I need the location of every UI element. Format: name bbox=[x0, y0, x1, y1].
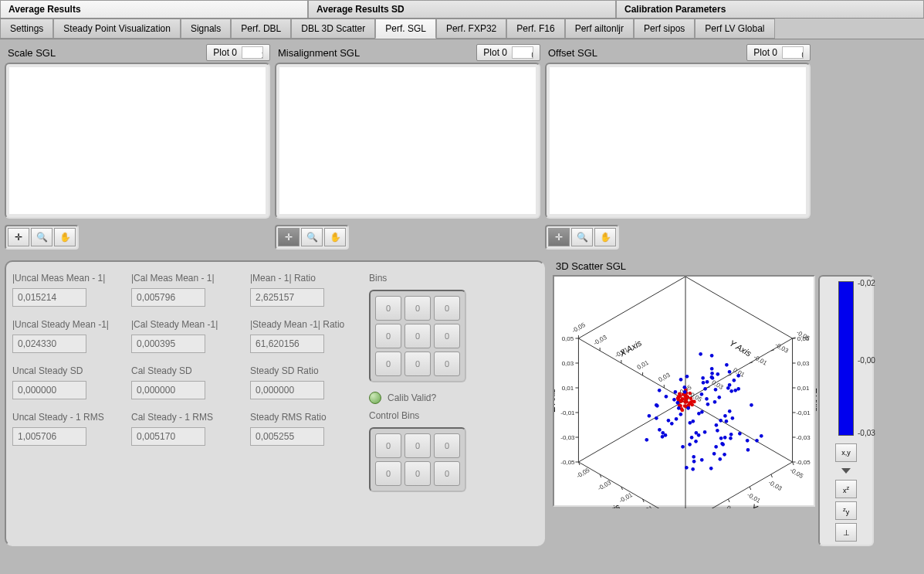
sub-tab[interactable]: Perf. SGL bbox=[375, 19, 436, 39]
zoom-tool-icon[interactable]: 🔍 bbox=[31, 228, 52, 246]
view-xz-button[interactable]: xz bbox=[835, 480, 857, 498]
svg-point-198 bbox=[683, 400, 687, 404]
svg-point-294 bbox=[679, 378, 683, 382]
svg-text:-0,05: -0,05 bbox=[789, 467, 805, 480]
stat-value: 0,005796 bbox=[131, 288, 205, 307]
svg-point-254 bbox=[710, 372, 714, 375]
svg-text:0,01: 0,01 bbox=[562, 385, 574, 392]
crosshair-tool-icon[interactable]: ✛ bbox=[8, 228, 29, 246]
stat-value: 2,625157 bbox=[250, 288, 324, 307]
bin-cell[interactable]: 0 bbox=[375, 324, 401, 348]
sub-tab[interactable]: Perf. DBL bbox=[231, 19, 291, 39]
stat-label: Steady SD Ratio bbox=[250, 365, 366, 376]
stat-value: 0,000000 bbox=[12, 381, 86, 399]
svg-point-292 bbox=[655, 416, 658, 420]
plot-legend-button[interactable]: Plot 0 11,011,021,031,041,0501020304050I… bbox=[206, 44, 270, 61]
stat-label: Uncal Steady - 1 RMS bbox=[12, 412, 128, 423]
svg-point-241 bbox=[723, 414, 727, 418]
svg-line-129 bbox=[771, 350, 774, 351]
sine-icon: -0,05-0,0200,020,0501020304050IterationA… bbox=[512, 46, 533, 59]
bin-cell[interactable]: 0 bbox=[375, 461, 401, 486]
plot-legend-button[interactable]: Plot 0 -0,05-0,0200,020,0501020304050Ite… bbox=[476, 44, 540, 61]
svg-text:0,05: 0,05 bbox=[562, 335, 574, 342]
svg-point-285 bbox=[706, 380, 709, 384]
svg-point-225 bbox=[699, 352, 702, 356]
svg-point-182 bbox=[681, 409, 685, 413]
pan-tool-icon[interactable]: ✋ bbox=[594, 228, 616, 246]
bin-cell[interactable]: 0 bbox=[404, 433, 431, 458]
top-tabs: Average ResultsAverage Results SDCalibra… bbox=[0, 0, 924, 19]
svg-point-283 bbox=[713, 400, 717, 404]
svg-point-233 bbox=[718, 457, 722, 461]
bin-cell[interactable]: 0 bbox=[404, 324, 431, 348]
pan-tool-icon[interactable]: ✋ bbox=[54, 228, 76, 246]
stat-value: 0,024330 bbox=[12, 335, 86, 353]
bin-cell[interactable]: 0 bbox=[434, 461, 460, 486]
svg-text:0,01: 0,01 bbox=[797, 385, 810, 392]
svg-point-287 bbox=[705, 397, 709, 401]
svg-point-290 bbox=[702, 381, 706, 385]
sub-tab[interactable]: Steady Point Visualization bbox=[53, 19, 181, 39]
sub-tab[interactable]: Signals bbox=[181, 19, 231, 39]
colorbar: -0,02 -0,00 -0,03 bbox=[838, 281, 854, 436]
bin-cell[interactable]: 0 bbox=[434, 296, 460, 321]
stat-value: 0,000000 bbox=[131, 381, 205, 399]
sub-tab[interactable]: Settings bbox=[0, 19, 53, 39]
svg-point-249 bbox=[714, 445, 718, 449]
view-iso-button[interactable]: ⊥ bbox=[835, 523, 857, 542]
sub-tabs: SettingsSteady Point VisualizationSignal… bbox=[0, 19, 924, 39]
sub-tab[interactable]: Perf sipos bbox=[634, 19, 695, 39]
svg-point-213 bbox=[723, 436, 727, 440]
stat-label: Cal Steady SD bbox=[131, 365, 247, 376]
svg-point-237 bbox=[675, 417, 679, 421]
chart-block: Scale SGL Plot 0 11,011,021,031,041,0501… bbox=[5, 44, 270, 253]
crosshair-tool-icon[interactable]: ✛ bbox=[278, 228, 300, 246]
top-tab[interactable]: Calibration Parameters bbox=[616, 0, 924, 18]
chart-title: Offset SGL bbox=[545, 47, 597, 59]
svg-point-236 bbox=[682, 385, 686, 389]
plot-legend-label: Plot 0 bbox=[213, 47, 237, 58]
dropdown-icon[interactable] bbox=[841, 468, 851, 474]
svg-text:-0,03: -0,03 bbox=[773, 341, 790, 355]
zoom-tool-icon[interactable]: 🔍 bbox=[301, 228, 323, 246]
scatter-3d-plot[interactable]: -0,05-0,03-0,010,010,030,05-0,05-0,03-0,… bbox=[553, 275, 815, 507]
bin-cell[interactable]: 0 bbox=[404, 296, 431, 321]
bin-cell[interactable]: 0 bbox=[404, 461, 431, 486]
bin-cell[interactable]: 0 bbox=[375, 296, 401, 321]
svg-point-288 bbox=[692, 419, 696, 423]
svg-line-82 bbox=[578, 400, 685, 462]
top-tab[interactable]: Average Results bbox=[0, 0, 308, 18]
svg-point-271 bbox=[716, 372, 720, 376]
svg-point-268 bbox=[661, 435, 665, 439]
sub-tab[interactable]: Perf. F16 bbox=[506, 19, 564, 39]
svg-point-243 bbox=[695, 431, 699, 435]
bin-cell[interactable]: 0 bbox=[375, 433, 401, 458]
zoom-tool-icon[interactable]: 🔍 bbox=[571, 228, 593, 246]
svg-text:0,01: 0,01 bbox=[636, 358, 650, 371]
stat-label: Uncal Steady SD bbox=[12, 365, 128, 376]
svg-point-291 bbox=[661, 431, 665, 435]
bin-cell[interactable]: 0 bbox=[434, 324, 460, 348]
crosshair-tool-icon[interactable]: ✛ bbox=[548, 228, 570, 246]
svg-point-297 bbox=[681, 445, 685, 449]
svg-point-232 bbox=[733, 389, 737, 392]
svg-point-224 bbox=[665, 395, 668, 399]
view-zy-button[interactable]: zy bbox=[835, 501, 857, 520]
bin-cell[interactable]: 0 bbox=[404, 352, 431, 376]
svg-point-260 bbox=[655, 404, 659, 408]
svg-point-295 bbox=[710, 354, 714, 358]
sub-tab[interactable]: Perf ailtonljr bbox=[565, 19, 634, 39]
sub-tab[interactable]: DBL 3D Scatter bbox=[291, 19, 375, 39]
bin-cell[interactable]: 0 bbox=[375, 352, 401, 376]
pan-tool-icon[interactable]: ✋ bbox=[324, 228, 346, 246]
plot-legend-button[interactable]: Plot 0 -0,02-0,0100,010,020,030102030405… bbox=[746, 44, 811, 61]
svg-point-208 bbox=[688, 402, 692, 406]
sub-tab[interactable]: Perf LV Global bbox=[695, 19, 774, 39]
view-xyz-button[interactable]: x,y bbox=[835, 443, 857, 462]
sub-tab[interactable]: Perf. FXP32 bbox=[436, 19, 506, 39]
stat-label: |Cal Meas Mean - 1| bbox=[131, 273, 247, 284]
bin-cell[interactable]: 0 bbox=[434, 433, 460, 458]
top-tab[interactable]: Average Results SD bbox=[308, 0, 616, 18]
svg-point-276 bbox=[716, 429, 719, 433]
bin-cell[interactable]: 0 bbox=[434, 352, 460, 376]
